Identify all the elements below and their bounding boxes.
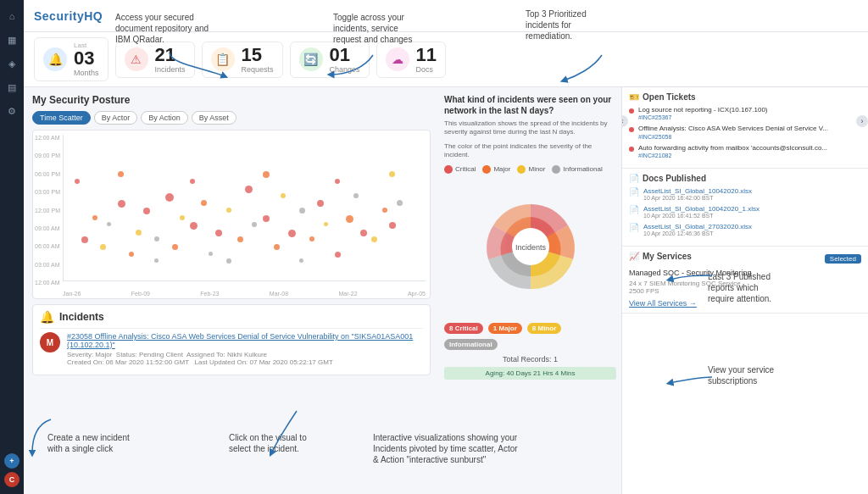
scatter-dot[interactable]: [226, 258, 231, 264]
badge-minor: 8 Minor: [527, 323, 561, 334]
scatter-dot[interactable]: [317, 200, 324, 207]
scatter-dot[interactable]: [118, 171, 124, 177]
scatter-dot[interactable]: [335, 252, 341, 258]
tab-by-action[interactable]: By Action: [141, 111, 188, 125]
ticket-dot-1: [629, 108, 634, 114]
ticket-item-1[interactable]: Log source not reporting - ICX(10.167.10…: [629, 106, 861, 120]
nav-right-arrow[interactable]: ›: [856, 115, 868, 127]
scatter-dot[interactable]: [299, 258, 303, 263]
doc-file-icon-1: 📄: [629, 187, 639, 197]
scatter-dot[interactable]: [107, 222, 111, 226]
scatter-dot[interactable]: [309, 236, 314, 241]
scatter-dot[interactable]: [353, 193, 359, 198]
main-content: SecurityHQ 🔔 Last 03 Months ⚠ 21 Inciden…: [24, 0, 868, 494]
doc-file-icon-3: 📄: [629, 223, 639, 232]
scatter-dot[interactable]: [371, 236, 377, 242]
ticket-item-3[interactable]: Auto forwarding activity from mailbox 'a…: [629, 144, 861, 158]
stat-changes[interactable]: 🔄 01 Changes: [290, 42, 370, 78]
left-panel: My Security Posture Time Scatter By Acto…: [24, 87, 439, 494]
service-item: Managed SOC - Security Monitoring: [629, 269, 861, 277]
scatter-dot[interactable]: [92, 215, 97, 220]
header: SecurityHQ: [24, 0, 868, 32]
scatter-dot[interactable]: [129, 252, 134, 257]
scatter-dot[interactable]: [190, 179, 195, 184]
scatter-dot[interactable]: [324, 222, 328, 226]
scatter-dot[interactable]: [190, 222, 198, 230]
stat-months[interactable]: 🔔 Last 03 Months: [34, 37, 108, 81]
scatter-dot[interactable]: [237, 236, 243, 242]
scatter-dot[interactable]: [252, 222, 257, 227]
scatter-dot[interactable]: [81, 236, 88, 243]
stat-months-number: 03: [74, 49, 99, 68]
scatter-dot[interactable]: [389, 171, 395, 177]
scatter-dot[interactable]: [136, 230, 142, 236]
scatter-dot[interactable]: [274, 244, 280, 250]
scatter-dot[interactable]: [346, 215, 353, 223]
scatter-dot[interactable]: [172, 244, 178, 250]
sunburst-question: What kind of incidents were seen on your…: [444, 94, 616, 116]
scatter-dot[interactable]: [209, 252, 213, 256]
incident-severity: Severity: Major: [67, 351, 112, 358]
chat-button[interactable]: C: [4, 472, 19, 487]
doc-name-1: AssetList_SI_Global_10042020.xlsx: [643, 187, 752, 195]
stat-incidents[interactable]: ⚠ 21 Incidents: [115, 42, 195, 78]
scatter-dot[interactable]: [397, 200, 403, 206]
stats-bar: 🔔 Last 03 Months ⚠ 21 Incidents 📋 15 Req…: [24, 32, 868, 87]
scatter-dot[interactable]: [226, 208, 231, 213]
scatter-dot[interactable]: [154, 258, 159, 263]
scatter-dot[interactable]: [360, 230, 367, 236]
scatter-dot[interactable]: [382, 208, 387, 213]
doc-file-icon-2: 📄: [629, 205, 639, 214]
badge-row: 8 Critical 1 Major 8 Minor Informational: [444, 323, 616, 350]
stat-docs-label: Docs: [416, 65, 437, 74]
incident-row: M #23058 Offline Analysis: Cisco ASA Web…: [40, 328, 423, 369]
chart-icon[interactable]: ◈: [3, 54, 21, 73]
add-button[interactable]: +: [4, 453, 19, 469]
scatter-dot[interactable]: [201, 200, 207, 206]
scatter-dot[interactable]: [75, 179, 80, 184]
doc-icon[interactable]: ▤: [3, 78, 21, 97]
ticket-id-2: #INC#25058: [638, 134, 828, 140]
home-icon[interactable]: ⌂: [3, 7, 21, 25]
settings-icon[interactable]: ⚙: [3, 102, 21, 120]
doc-date-2: 10 Apr 2020 16:41:52 BST: [643, 213, 760, 219]
scatter-dot[interactable]: [100, 244, 106, 250]
tab-bar: Time Scatter By Actor By Action By Asset: [32, 111, 431, 125]
doc-item-2[interactable]: 📄 AssetList_SI_Global_10042020_1.xlsx 10…: [629, 205, 861, 219]
grid-icon[interactable]: ▦: [3, 31, 21, 49]
service-sub: 24 x 7 SIEM Monitoring SOC Service2500 F…: [629, 280, 861, 295]
badge-info: Informational: [444, 339, 498, 350]
scatter-dot[interactable]: [118, 200, 125, 208]
stat-changes-label: Changes: [330, 65, 360, 74]
changes-icon: 🔄: [299, 47, 323, 71]
stat-requests[interactable]: 📋 15 Requests: [202, 42, 283, 78]
scatter-dot[interactable]: [281, 193, 286, 198]
scatter-dot[interactable]: [245, 186, 253, 193]
tab-by-actor[interactable]: By Actor: [94, 111, 138, 125]
svg-text:Incidents: Incidents: [515, 243, 546, 252]
scatter-dot[interactable]: [143, 208, 150, 214]
scatter-dot[interactable]: [154, 236, 159, 241]
scatter-dot[interactable]: [263, 215, 270, 222]
sunburst-chart[interactable]: Incidents: [454, 179, 607, 323]
tab-time-scatter[interactable]: Time Scatter: [32, 111, 91, 125]
scatter-plot-canvas[interactable]: [63, 135, 426, 281]
scatter-dot[interactable]: [299, 208, 305, 214]
incident-link[interactable]: #23058 Offline Analysis: Cisco ASA Web S…: [67, 332, 423, 349]
ticket-item-2[interactable]: Offline Analysis: Cisco ASA Web Services…: [629, 125, 861, 139]
tab-by-asset[interactable]: By Asset: [192, 111, 236, 125]
stat-docs[interactable]: ☁ 11 Docs: [376, 42, 446, 78]
scatter-dot[interactable]: [335, 179, 340, 184]
view-all-link[interactable]: View All Services →: [629, 299, 861, 308]
scatter-dot[interactable]: [263, 171, 270, 178]
incident-avatar: M: [40, 332, 60, 352]
doc-item-3[interactable]: 📄 AssetList_SI_Global_27032020.xlsx 10 A…: [629, 223, 861, 236]
scatter-dot[interactable]: [389, 222, 396, 229]
scatter-dot[interactable]: [288, 230, 296, 237]
services-header: 📈 My Services Selected: [629, 252, 861, 265]
doc-item-1[interactable]: 📄 AssetList_SI_Global_10042020.xlsx 10 A…: [629, 187, 861, 201]
scatter-dot[interactable]: [215, 230, 222, 236]
scatter-plot-area[interactable]: 12:00 AM 09:00 PM 06:00 PM 03:00 PM 12:0…: [32, 130, 431, 299]
scatter-dot[interactable]: [165, 193, 174, 202]
scatter-dot[interactable]: [180, 215, 185, 220]
